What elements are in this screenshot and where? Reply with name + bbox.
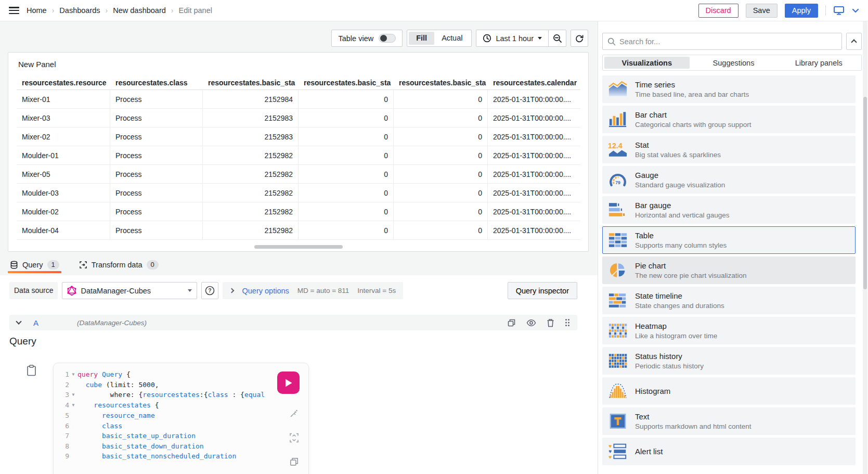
- graphql-code-editor[interactable]: 1▼query Query {2 cube (limit: 5000,3▼ wh…: [53, 363, 309, 474]
- query-inspector-button[interactable]: Query inspector: [508, 282, 577, 299]
- table-row[interactable]: Moulder-03Process2152982002025-01-31T00:…: [17, 184, 580, 202]
- actual-option[interactable]: Actual: [434, 32, 470, 45]
- zoom-out-button[interactable]: [548, 30, 566, 46]
- table-view-toggle[interactable]: Table view: [331, 30, 403, 47]
- table-cell: Process: [110, 109, 203, 127]
- save-button[interactable]: Save: [746, 4, 778, 18]
- viz-item-table[interactable]: TableSupports many column styles: [602, 226, 856, 254]
- toggle-switch-icon[interactable]: [379, 34, 396, 43]
- query-row-header[interactable]: A (DataManager-Cubes): [9, 315, 577, 330]
- format-wand-icon[interactable]: [289, 408, 300, 419]
- hide-query-eye-icon[interactable]: [526, 319, 536, 327]
- sidebar-scrollbar-track[interactable]: [863, 21, 867, 474]
- viz-item-text[interactable]: TextSupports markdown and html content: [602, 407, 856, 435]
- time-range-picker[interactable]: Last 1 hour: [476, 30, 548, 46]
- column-header[interactable]: resourcestates.resource: [17, 79, 110, 87]
- viz-item-alert-list[interactable]: ♥♥♥Alert list: [602, 438, 856, 465]
- column-header[interactable]: resourcestates.basic_sta: [394, 79, 488, 87]
- monitor-icon[interactable]: [833, 5, 845, 16]
- fill-option[interactable]: Fill: [409, 32, 434, 45]
- fold-caret-icon[interactable]: ▼: [69, 369, 77, 380]
- code-line[interactable]: 5 resource_name: [54, 411, 308, 420]
- fold-caret-icon[interactable]: ▼: [69, 390, 77, 400]
- viz-item-histogram[interactable]: Histogram: [602, 377, 856, 405]
- viz-item-title: Bar chart: [635, 110, 752, 119]
- column-header[interactable]: resourcestates.calendar: [488, 79, 580, 87]
- code-line[interactable]: 9 basic_state_nonscheduled_duration: [54, 451, 308, 461]
- code-line[interactable]: 6 class: [54, 421, 308, 431]
- viz-item-title: Histogram: [635, 387, 670, 395]
- delete-query-trash-icon[interactable]: [547, 318, 554, 327]
- clipboard-icon[interactable]: [27, 365, 36, 474]
- breadcrumb-item[interactable]: Dashboards: [59, 6, 100, 15]
- collapse-chevron-icon[interactable]: [16, 318, 21, 324]
- breadcrumb-item[interactable]: Home: [27, 6, 47, 15]
- tab-transform-data[interactable]: Transform data 0: [77, 256, 161, 273]
- workspace: Table view Fill Actual Last 1 hour: [0, 21, 868, 474]
- search-box[interactable]: [602, 33, 842, 50]
- code-lines[interactable]: 1▼query Query {2 cube (limit: 5000,3▼ wh…: [54, 369, 308, 461]
- table-row[interactable]: Mixer-01Process2152984002025-01-31T00:00…: [17, 90, 580, 109]
- viz-item-gauge[interactable]: 79GaugeStandard gauge visualization: [602, 166, 856, 194]
- viz-item-bar-chart[interactable]: Bar chartCategorical charts with group s…: [602, 106, 856, 133]
- viz-item-text: Histogram: [635, 387, 670, 395]
- run-query-button[interactable]: [277, 371, 300, 394]
- table-row[interactable]: Mixer-03Process2152983002025-01-31T00:00…: [17, 109, 580, 127]
- collapse-code-icon[interactable]: [289, 432, 300, 443]
- menu-icon[interactable]: [9, 7, 19, 14]
- chevron-down-icon[interactable]: [852, 8, 859, 13]
- fold-caret-icon[interactable]: ▼: [69, 400, 77, 411]
- pie-chart-icon: [607, 262, 628, 279]
- table-row[interactable]: Mixer-02Process2152983002025-01-31T00:00…: [17, 127, 580, 146]
- line-number: 8: [54, 441, 69, 451]
- code-line[interactable]: 8 basic_state_down_duration: [54, 441, 308, 451]
- datasource-picker[interactable]: DataManager-Cubes: [62, 282, 197, 299]
- tab-library-panels[interactable]: Library panels: [776, 55, 861, 70]
- viz-item-time-series[interactable]: Time seriesTime based line, area and bar…: [602, 75, 856, 103]
- tab-suggestions[interactable]: Suggestions: [691, 55, 776, 70]
- discard-button[interactable]: Discard: [698, 4, 739, 18]
- breadcrumb-item[interactable]: New dashboard: [113, 6, 166, 15]
- viz-item-state-timeline[interactable]: State timelineState changes and duration…: [602, 287, 856, 314]
- table-cell: 2025-01-31T00:00:00....: [488, 184, 580, 202]
- query-ref-id[interactable]: A: [33, 318, 38, 327]
- duplicate-query-icon[interactable]: [507, 318, 516, 327]
- query-options-link[interactable]: Query options: [242, 287, 289, 295]
- column-header[interactable]: resourcestates.class: [110, 79, 203, 87]
- search-input[interactable]: [619, 37, 837, 46]
- copy-code-icon[interactable]: [289, 457, 299, 467]
- table-row[interactable]: Moulder-01Process2152982002025-01-31T00:…: [17, 146, 580, 165]
- column-header[interactable]: resourcestates.basic_sta: [203, 79, 299, 87]
- tab-visualizations[interactable]: Visualizations: [604, 57, 690, 69]
- table-row[interactable]: Moulder-04Process2152982002025-01-31T00:…: [17, 221, 580, 240]
- viz-item-status-history[interactable]: Status historyPeriodic status history: [602, 347, 856, 375]
- sidebar-scrollbar-thumb[interactable]: [863, 97, 867, 289]
- viz-item-stat[interactable]: 12.4StatBig stat values & sparklines: [602, 136, 856, 163]
- drag-handle-icon[interactable]: [565, 318, 570, 327]
- code-line[interactable]: 4▼ resourcestates {: [54, 400, 308, 411]
- viz-item-description: Periodic status history: [635, 362, 704, 370]
- horizontal-scrollbar[interactable]: [254, 245, 343, 249]
- viz-item-text: StatBig stat values & sparklines: [635, 140, 721, 159]
- caret-down-icon: [538, 37, 542, 40]
- viz-item-pie-chart[interactable]: Pie chartThe new core pie chart visualiz…: [602, 257, 856, 284]
- viz-item-heatmap[interactable]: HeatmapLike a histogram over time: [602, 317, 856, 344]
- table-row[interactable]: Mixer-05Process2152982002025-01-31T00:00…: [17, 165, 580, 184]
- query-options-bar[interactable]: Query options MD = auto = 811 Interval =…: [223, 282, 403, 299]
- code-line[interactable]: 3▼ where: {resourcestates:{class : {equa…: [54, 390, 308, 400]
- collapse-pane-button[interactable]: [846, 33, 862, 50]
- refresh-button[interactable]: [571, 30, 588, 47]
- tab-query[interactable]: Query 1: [8, 256, 61, 273]
- code-line[interactable]: 1▼query Query {: [54, 369, 308, 380]
- apply-button[interactable]: Apply: [785, 4, 818, 18]
- breadcrumb-item: Edit panel: [178, 6, 212, 15]
- code-line[interactable]: 7 basic_state_up_duration: [54, 431, 308, 441]
- table-row[interactable]: Moulder-02Process2152982002025-01-31T00:…: [17, 202, 580, 221]
- data-table: resourcestates.resourceresourcestates.cl…: [8, 75, 588, 240]
- code-text: cube (limit: 5000,: [77, 380, 159, 390]
- help-button[interactable]: ?: [201, 282, 218, 299]
- viz-item-bar-gauge[interactable]: Bar gaugeHorizontal and vertical gauges: [602, 196, 856, 224]
- clock-icon: [483, 34, 491, 43]
- column-header[interactable]: resourcestates.basic_sta: [299, 79, 394, 87]
- code-line[interactable]: 2 cube (limit: 5000,: [54, 380, 308, 390]
